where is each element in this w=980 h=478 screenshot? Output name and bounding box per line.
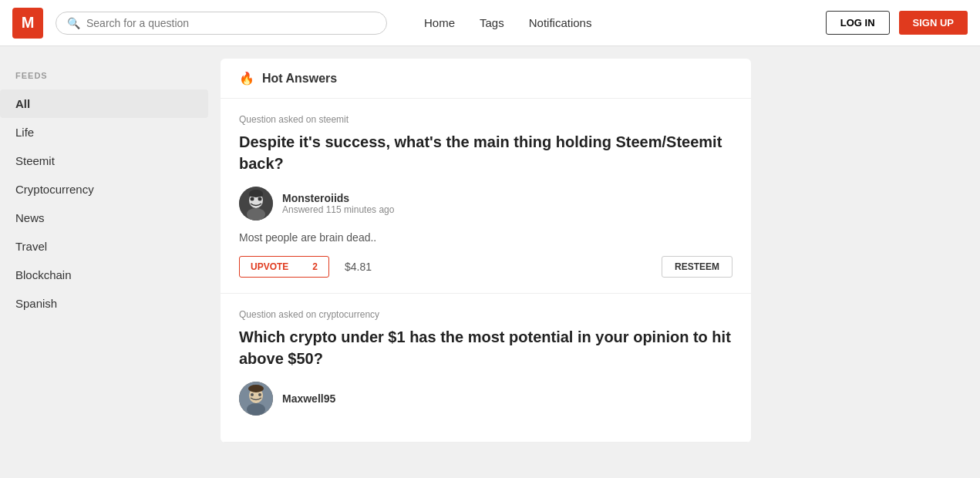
nav-home[interactable]: Home bbox=[424, 16, 455, 29]
price-1: $4.81 bbox=[345, 261, 372, 273]
header: M 🔍 Home Tags Notifications LOG IN SIGN … bbox=[0, 0, 980, 46]
header-actions: LOG IN SIGN UP bbox=[826, 11, 968, 35]
answered-time-1: Answered 115 minutes ago bbox=[282, 204, 394, 215]
svg-point-4 bbox=[258, 197, 262, 201]
svg-point-10 bbox=[251, 393, 254, 396]
upvote-count-1: 2 bbox=[312, 261, 318, 272]
hot-answers-label: Hot Answers bbox=[262, 72, 337, 86]
sidebar-item-travel[interactable]: Travel bbox=[0, 232, 208, 261]
hot-answers-header: 🔥 Hot Answers bbox=[221, 59, 751, 99]
fire-icon: 🔥 bbox=[239, 71, 254, 86]
nav-notifications[interactable]: Notifications bbox=[529, 16, 592, 29]
nav-tags[interactable]: Tags bbox=[480, 16, 504, 29]
nav: Home Tags Notifications bbox=[424, 16, 591, 29]
answerer-info-1: Monsteroiids Answered 115 minutes ago bbox=[282, 192, 394, 215]
question-title-1[interactable]: Despite it's success, what's the main th… bbox=[239, 131, 732, 174]
sidebar-item-cryptocurrency[interactable]: Cryptocurrency bbox=[0, 175, 208, 204]
question-card-2: Question asked on cryptocurrency Which c… bbox=[221, 294, 751, 443]
search-icon: 🔍 bbox=[67, 17, 80, 29]
svg-point-11 bbox=[258, 393, 261, 396]
question-source-2: Question asked on cryptocurrency bbox=[239, 309, 732, 320]
avatar-2 bbox=[239, 382, 273, 416]
answerer-info-2: Maxwell95 bbox=[282, 392, 335, 405]
card-actions-1: UPVOTE 2 $4.81 RESTEEM bbox=[239, 256, 732, 278]
svg-point-9 bbox=[247, 403, 265, 416]
content: 🔥 Hot Answers Question asked on steemit … bbox=[208, 59, 763, 443]
feeds-label: FEEDS bbox=[0, 71, 208, 89]
signup-button[interactable]: SIGN UP bbox=[899, 11, 968, 35]
svg-point-2 bbox=[247, 208, 265, 220]
search-input[interactable] bbox=[86, 17, 375, 29]
logo[interactable]: M bbox=[12, 8, 43, 39]
logo-letter: M bbox=[22, 14, 35, 32]
right-column bbox=[763, 59, 956, 443]
svg-rect-6 bbox=[249, 193, 263, 197]
sidebar-item-life[interactable]: Life bbox=[0, 118, 208, 146]
login-button[interactable]: LOG IN bbox=[826, 11, 890, 35]
upvote-label-1: UPVOTE bbox=[251, 261, 288, 272]
answerer-name-2[interactable]: Maxwell95 bbox=[282, 392, 335, 405]
svg-point-3 bbox=[251, 197, 254, 201]
search-bar[interactable]: 🔍 bbox=[56, 12, 387, 35]
avatar-1 bbox=[239, 187, 273, 220]
svg-point-12 bbox=[248, 385, 264, 392]
main-layout: FEEDS All Life Steemit Cryptocurrency Ne… bbox=[0, 46, 980, 455]
resteem-button-1[interactable]: RESTEEM bbox=[662, 256, 732, 278]
answerer-row-2: Maxwell95 bbox=[239, 382, 732, 416]
sidebar-item-news[interactable]: News bbox=[0, 204, 208, 232]
question-source-1: Question asked on steemit bbox=[239, 114, 732, 125]
answerer-row-1: Monsteroiids Answered 115 minutes ago bbox=[239, 187, 732, 220]
sidebar-item-spanish[interactable]: Spanish bbox=[0, 289, 208, 318]
upvote-button-1[interactable]: UPVOTE 2 bbox=[239, 256, 329, 278]
answer-preview-1: Most people are brain dead.. bbox=[239, 231, 732, 244]
sidebar-item-all[interactable]: All bbox=[0, 89, 208, 118]
question-title-2[interactable]: Which crypto under $1 has the most poten… bbox=[239, 326, 732, 369]
answerer-name-1[interactable]: Monsteroiids bbox=[282, 192, 394, 204]
sidebar-item-steemit[interactable]: Steemit bbox=[0, 146, 208, 175]
question-card-1: Question asked on steemit Despite it's s… bbox=[221, 99, 751, 294]
sidebar: FEEDS All Life Steemit Cryptocurrency Ne… bbox=[0, 59, 208, 443]
sidebar-item-blockchain[interactable]: Blockchain bbox=[0, 261, 208, 289]
feed-section: 🔥 Hot Answers Question asked on steemit … bbox=[221, 59, 751, 443]
